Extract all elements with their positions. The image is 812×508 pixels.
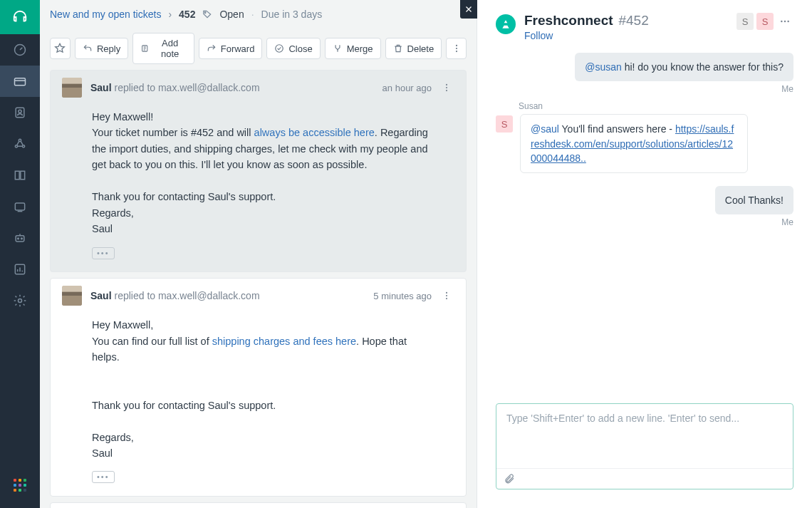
close-button[interactable]: Close (266, 38, 320, 59)
reply-card: Saul replied to max.well@dallack.com 5 m… (50, 278, 467, 497)
reply-button[interactable]: Reply (75, 38, 128, 59)
reply-author: Saul (90, 290, 112, 301)
add-note-button[interactable]: Add note (132, 33, 194, 64)
more-button[interactable] (446, 38, 467, 59)
chat-avatar: S (496, 115, 513, 133)
main-content: New and my open tickets › 452 Open · Due… (40, 0, 477, 508)
panel-header: Freshconnect #452 Follow S S (477, 0, 812, 48)
freshconnect-logo (496, 14, 516, 34)
svg-point-9 (18, 238, 19, 239)
reply-icon (83, 43, 93, 53)
toolbar: Reply Add note Forward Close Merge Delet… (40, 28, 477, 70)
chat-input[interactable] (496, 404, 793, 468)
paperclip-icon (504, 473, 515, 484)
ticket-status[interactable]: Open (219, 9, 244, 20)
close-label: Close (288, 43, 312, 54)
merge-icon (333, 43, 343, 53)
reply-line: Saul (92, 445, 433, 461)
freshconnect-panel: Freshconnect #452 Follow S S @susan hi! … (477, 0, 812, 508)
nav-solutions[interactable] (0, 160, 40, 191)
nav-sidebar (0, 0, 40, 508)
reply-line: Regards, (92, 430, 433, 445)
breadcrumb-ticket-id: 452 (179, 9, 195, 20)
kebab-icon (442, 83, 452, 93)
svg-point-3 (19, 110, 21, 113)
chat-message-other: @saul You'll find answers here - https:/… (520, 114, 748, 173)
nav-forums[interactable] (0, 191, 40, 222)
svg-point-23 (446, 295, 447, 296)
nav-bots[interactable] (0, 222, 40, 254)
reply-menu[interactable] (439, 80, 454, 95)
ticket-due: Due in 3 days (261, 9, 323, 20)
reply-label: Reply (97, 43, 120, 54)
svg-point-22 (446, 292, 447, 294)
merge-button[interactable]: Merge (325, 38, 381, 59)
note-icon (140, 43, 149, 53)
svg-point-18 (455, 51, 457, 52)
shipping-charges-link[interactable]: shipping charges and fees here (212, 336, 356, 347)
close-icon (464, 5, 473, 14)
svg-point-15 (276, 45, 283, 53)
svg-point-6 (22, 145, 24, 147)
svg-point-27 (784, 21, 786, 22)
chat-meta: Me (496, 217, 793, 227)
trash-icon (393, 43, 403, 53)
chat-message-me: @susan hi! do you know the answer for th… (575, 53, 793, 81)
reply-line: Saul (92, 221, 433, 237)
delete-button[interactable]: Delete (385, 38, 442, 59)
svg-point-19 (446, 84, 447, 85)
follow-link[interactable]: Follow (524, 30, 649, 41)
nav-admin[interactable] (0, 285, 40, 316)
meatballs-icon (779, 16, 791, 27)
replied-to-label: replied to (114, 82, 155, 93)
kebab-icon (442, 291, 452, 301)
svg-rect-1 (15, 78, 26, 85)
always-accessible-link[interactable]: always be accessible here (254, 127, 375, 138)
forward-button[interactable]: Forward (199, 38, 263, 59)
star-button[interactable] (50, 38, 71, 59)
svg-point-16 (455, 45, 457, 46)
agent-avatar (62, 78, 82, 98)
svg-point-21 (446, 90, 447, 91)
chat-thread: @susan hi! do you know the answer for th… (477, 48, 812, 392)
reply-menu[interactable] (439, 288, 454, 304)
reply-line: Thank you for contacting Saul's support. (92, 398, 433, 413)
breadcrumb-view-link[interactable]: New and my open tickets (50, 9, 161, 20)
participant-chip[interactable]: S (736, 13, 754, 30)
svg-point-12 (19, 299, 22, 303)
svg-point-4 (19, 139, 21, 141)
star-icon (54, 43, 66, 54)
nav-apps[interactable] (0, 470, 40, 501)
panel-close-button[interactable] (460, 0, 477, 19)
mention-link[interactable]: @susan (585, 61, 622, 73)
merge-label: Merge (347, 43, 373, 54)
nav-tickets[interactable] (0, 66, 40, 97)
svg-point-13 (205, 12, 207, 14)
svg-point-28 (787, 21, 788, 22)
nav-contacts[interactable] (0, 97, 40, 128)
ticket-conversation: Saul replied to max.well@dallack.com an … (40, 70, 477, 508)
reply-author: Saul (90, 82, 112, 93)
svg-point-24 (446, 298, 447, 299)
nav-reports[interactable] (0, 254, 40, 285)
show-quoted-button[interactable]: ••• (92, 471, 115, 483)
panel-menu-button[interactable] (776, 13, 793, 30)
reply-line: Thank you for contacting Saul's support. (92, 189, 433, 204)
show-quoted-button[interactable]: ••• (92, 247, 115, 259)
delete-label: Delete (407, 43, 434, 54)
breadcrumb: New and my open tickets › 452 Open · Due… (40, 0, 477, 28)
reply-card: Saul replied to max.well@dallack.com an … (50, 70, 467, 272)
nav-dashboard[interactable] (0, 34, 40, 66)
app-logo[interactable] (0, 0, 40, 34)
attach-button[interactable] (504, 473, 515, 484)
tag-icon (202, 9, 212, 19)
svg-point-5 (15, 145, 17, 147)
reply-action-bar: Reply Add note Forward Discuss (50, 502, 467, 508)
svg-point-10 (21, 238, 23, 239)
nav-social[interactable] (0, 128, 40, 160)
chat-sender-name: Susan (496, 101, 793, 111)
svg-point-17 (455, 48, 457, 49)
mention-link[interactable]: @saul (531, 123, 559, 135)
agent-avatar (62, 286, 82, 306)
participant-chip[interactable]: S (756, 13, 774, 30)
